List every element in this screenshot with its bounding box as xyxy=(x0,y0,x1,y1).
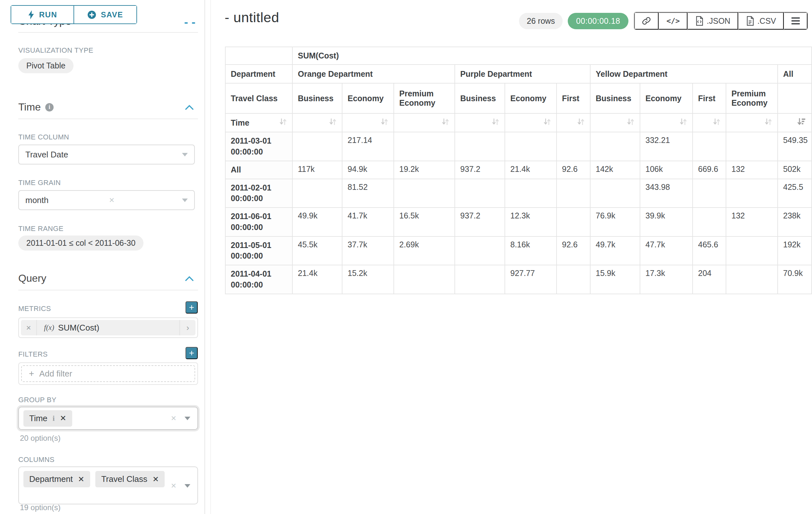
sort-desc-icon[interactable] xyxy=(796,117,806,129)
query-section-header: Query xyxy=(18,272,198,284)
chevron-down-icon xyxy=(184,484,190,488)
chevron-down-icon xyxy=(182,153,188,157)
pivot-value-cell: 92.6 xyxy=(556,161,590,179)
export-json-label: .JSON xyxy=(707,17,730,26)
pivot-value-cell: 70.9k xyxy=(778,265,812,294)
group-by-pill-label: Time xyxy=(29,413,48,424)
pivot-value-cell: 2.69k xyxy=(394,237,455,265)
pivot-value-cell xyxy=(693,179,726,208)
pivot-sort-cell[interactable] xyxy=(556,113,590,132)
pivot-value-cell: 15.2k xyxy=(342,265,394,294)
time-grain-select[interactable]: month × xyxy=(18,190,195,210)
pivot-sort-cell[interactable] xyxy=(693,113,726,132)
save-button[interactable]: SAVE xyxy=(74,6,137,23)
time-column-select[interactable]: Travel Date xyxy=(18,144,195,164)
pivot-value-cell: 927.77 xyxy=(505,265,556,294)
pivot-value-cell: 132 xyxy=(726,208,778,237)
collapse-chevron-icon[interactable] xyxy=(185,105,194,110)
export-csv-button[interactable]: .CSV xyxy=(738,12,784,30)
chevron-right-icon[interactable]: › xyxy=(179,320,196,335)
pivot-sort-cell[interactable]: Time xyxy=(225,113,292,132)
pivot-sort-cell[interactable] xyxy=(640,113,693,132)
sort-icon[interactable] xyxy=(712,117,721,129)
group-by-select[interactable]: Time i ✕ × xyxy=(18,407,198,430)
viz-type-pill[interactable]: Pivot Table xyxy=(18,58,74,73)
pivot-row-header: 2011-05-01 00:00:00 xyxy=(225,237,292,265)
pivot-corner-cell xyxy=(225,47,292,64)
pivot-group-header: All xyxy=(778,64,812,83)
pivot-value-cell: 15.9k xyxy=(590,265,640,294)
pivot-sort-cell[interactable] xyxy=(590,113,640,132)
pivot-value-cell xyxy=(726,237,778,265)
columns-pill: Department ✕ xyxy=(23,471,90,487)
share-link-button[interactable] xyxy=(634,12,659,30)
sort-icon[interactable] xyxy=(576,117,585,129)
pivot-sort-cell[interactable] xyxy=(342,113,394,132)
sort-icon[interactable] xyxy=(328,117,337,129)
group-by-pill: Time i ✕ xyxy=(23,410,72,427)
pivot-col-header: Economy xyxy=(505,83,556,113)
sort-icon[interactable] xyxy=(380,117,388,129)
code-icon: </> xyxy=(666,17,680,25)
pivot-value-cell xyxy=(505,179,556,208)
pivot-group-header: Purple Department xyxy=(455,64,590,83)
run-button[interactable]: RUN xyxy=(11,6,74,23)
collapse-chevron-icon[interactable] xyxy=(185,276,194,281)
pivot-sort-cell[interactable] xyxy=(292,113,342,132)
time-range-pill[interactable]: 2011-01-01 ≤ col < 2011-06-30 xyxy=(18,236,143,250)
pivot-department-dim-header: Department xyxy=(225,64,292,83)
pivot-value-cell: 37.7k xyxy=(342,237,394,265)
remove-metric-icon[interactable]: × xyxy=(21,320,37,335)
sort-icon[interactable] xyxy=(679,117,687,129)
pivot-sort-cell[interactable] xyxy=(726,113,778,132)
pivot-value-cell: 41.7k xyxy=(342,208,394,237)
pivot-sort-cell[interactable] xyxy=(455,113,505,132)
add-filter-plus-button[interactable]: + xyxy=(185,347,198,359)
pivot-sort-cell[interactable] xyxy=(394,113,455,132)
export-json-button[interactable]: .JSON xyxy=(688,12,738,30)
pivot-value-cell xyxy=(556,179,590,208)
add-filter-button[interactable]: + Add filter xyxy=(21,365,195,382)
remove-pill-icon[interactable]: ✕ xyxy=(78,475,84,484)
remove-pill-icon[interactable]: ✕ xyxy=(60,414,66,423)
sort-icon[interactable] xyxy=(441,117,449,129)
add-metric-button[interactable]: + xyxy=(185,301,198,314)
sort-icon[interactable] xyxy=(626,117,635,129)
sort-icon[interactable] xyxy=(279,117,287,129)
export-button-group: </> .JSON .CSV xyxy=(634,11,808,30)
pivot-sort-cell[interactable] xyxy=(778,113,812,132)
remove-pill-icon[interactable]: ✕ xyxy=(152,475,159,484)
group-by-label: GROUP BY xyxy=(18,396,57,404)
pivot-value-cell xyxy=(455,237,505,265)
pivot-value-cell xyxy=(394,179,455,208)
pivot-value-cell xyxy=(394,265,455,294)
table-row: 2011-02-01 00:00:0081.52343.98425.5 xyxy=(225,179,812,208)
metric-pill[interactable]: × f(x) SUM(Cost) › xyxy=(21,320,196,335)
pivot-value-cell xyxy=(726,179,778,208)
pivot-col-header: Business xyxy=(455,83,505,113)
sort-icon[interactable] xyxy=(764,117,772,129)
pivot-col-header: Business xyxy=(590,83,640,113)
clear-icon[interactable]: × xyxy=(171,413,176,424)
pivot-value-cell: 502k xyxy=(778,161,812,179)
link-icon xyxy=(642,17,651,25)
time-column-label: TIME COLUMN xyxy=(18,133,69,141)
pivot-row-header: 2011-03-01 00:00:00 xyxy=(225,132,292,161)
pivot-col-header: Premium Economy xyxy=(394,83,455,113)
chart-title[interactable]: - untitled xyxy=(225,10,279,25)
clear-icon[interactable]: × xyxy=(171,481,176,491)
sort-icon[interactable] xyxy=(491,117,499,129)
clear-icon[interactable]: × xyxy=(109,196,114,205)
file-code-icon xyxy=(695,16,703,26)
columns-select[interactable]: Department ✕ Travel Class ✕ × xyxy=(18,466,198,504)
view-query-button[interactable]: </> xyxy=(659,12,688,30)
pivot-value-cell: 17.3k xyxy=(640,265,693,294)
menu-button[interactable] xyxy=(784,12,808,30)
pivot-row-header: 2011-02-01 00:00:00 xyxy=(225,179,292,208)
pivot-row-header: 2011-04-01 00:00:00 xyxy=(225,265,292,294)
pivot-sort-cell[interactable] xyxy=(505,113,556,132)
sort-icon[interactable] xyxy=(543,117,551,129)
pivot-col-header: First xyxy=(556,83,590,113)
columns-label: COLUMNS xyxy=(18,456,55,464)
pivot-col-header: Business xyxy=(292,83,342,113)
